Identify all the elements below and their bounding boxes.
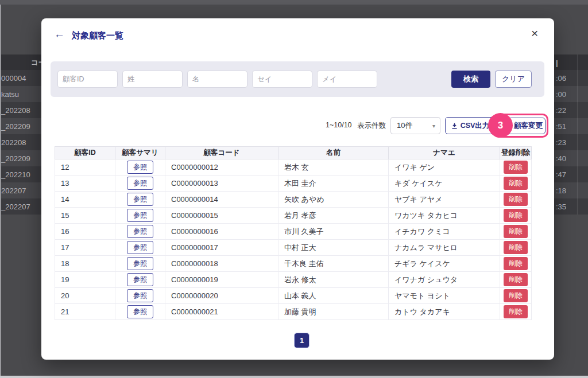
pagination-page-1-button[interactable]: 1 bbox=[294, 333, 310, 348]
delete-button[interactable]: 削除 bbox=[504, 241, 528, 254]
backdrop-left-edge bbox=[0, 5, 1, 378]
delete-button[interactable]: 削除 bbox=[504, 209, 528, 222]
backdrop-column-divider bbox=[577, 54, 578, 215]
backdrop-top-strip bbox=[0, 0, 588, 5]
customer-id-input[interactable] bbox=[57, 71, 118, 88]
search-button[interactable]: 検索 bbox=[451, 71, 490, 88]
customer-name-cell: 若月 孝彦 bbox=[278, 208, 389, 224]
backdrop-left-fragment: _202208 bbox=[1, 106, 30, 115]
summary-reference-button[interactable]: 参照 bbox=[127, 225, 153, 238]
backdrop-bottom-edge bbox=[0, 376, 588, 378]
customer-delete-cell: 削除 bbox=[500, 192, 532, 208]
customer-id-cell: 18 bbox=[55, 256, 115, 272]
backdrop-left-fragment: _202209 bbox=[1, 122, 30, 131]
customer-id-cell: 20 bbox=[55, 288, 115, 304]
customer-id-cell: 19 bbox=[55, 272, 115, 288]
backdrop-right-fragment: | bbox=[556, 58, 558, 67]
refresh-icon bbox=[504, 122, 512, 130]
customer-kana-cell: キダ ケイスケ bbox=[389, 176, 500, 192]
first-name-input[interactable] bbox=[187, 71, 247, 88]
customer-summary-cell: 参照 bbox=[115, 224, 165, 240]
summary-reference-button[interactable]: 参照 bbox=[127, 209, 153, 222]
backdrop-right-fragment: :47 bbox=[556, 170, 566, 179]
table-row: 17参照C0000000017中村 正大ナカムラ マサヒロ削除 bbox=[55, 240, 532, 256]
customer-delete-cell: 削除 bbox=[500, 208, 532, 224]
customer-delete-cell: 削除 bbox=[500, 288, 532, 304]
backdrop-right-fragment: :23 bbox=[556, 138, 566, 147]
delete-button[interactable]: 削除 bbox=[504, 161, 528, 174]
page-size-select[interactable]: 10件 ▾ bbox=[390, 117, 440, 134]
customer-name-cell: 木田 圭介 bbox=[278, 176, 389, 192]
customer-list-modal: ← 対象顧客一覧 × 検索 クリア 1~10/10 表示件数 10件 ▾ CSV… bbox=[41, 18, 554, 360]
delete-button[interactable]: 削除 bbox=[504, 193, 528, 206]
customer-table: 顧客ID 顧客サマリ 顧客コード 名前 ナマエ 登録削除 12参照C000000… bbox=[55, 146, 532, 320]
header-register-delete: 登録削除 bbox=[500, 147, 532, 159]
delete-button[interactable]: 削除 bbox=[504, 305, 528, 318]
summary-reference-button[interactable]: 参照 bbox=[127, 177, 153, 190]
customer-summary-cell: 参照 bbox=[115, 304, 165, 320]
customer-name-cell: 矢吹 あやめ bbox=[278, 192, 389, 208]
customer-id-cell: 12 bbox=[55, 159, 115, 176]
customer-kana-cell: ワカツキ タカヒコ bbox=[389, 208, 500, 224]
last-name-kana-input[interactable] bbox=[252, 71, 312, 88]
customer-delete-cell: 削除 bbox=[500, 176, 532, 192]
customer-name-cell: 山本 義人 bbox=[278, 288, 389, 304]
customer-id-cell: 15 bbox=[55, 208, 115, 224]
customer-summary-cell: 参照 bbox=[115, 192, 165, 208]
backdrop-left-fragment: katsu bbox=[1, 90, 19, 99]
back-arrow-icon[interactable]: ← bbox=[54, 29, 65, 40]
customer-kana-cell: イワキ ゲン bbox=[389, 159, 500, 176]
last-name-input[interactable] bbox=[122, 71, 183, 88]
summary-reference-button[interactable]: 参照 bbox=[127, 241, 153, 254]
close-icon[interactable]: × bbox=[531, 27, 538, 39]
customer-kana-cell: イワナガ シュウタ bbox=[389, 272, 500, 288]
clear-button[interactable]: クリア bbox=[495, 71, 532, 88]
delete-button[interactable]: 削除 bbox=[504, 225, 528, 238]
table-row: 18参照C0000000018千木良 圭佑チギラ ケイスケ削除 bbox=[55, 256, 532, 272]
customer-change-label: 顧客変更 bbox=[514, 121, 543, 131]
chevron-down-icon: ▾ bbox=[432, 123, 435, 129]
customer-kana-cell: ナカムラ マサヒロ bbox=[389, 240, 500, 256]
customer-code-cell: C0000000019 bbox=[165, 272, 278, 288]
summary-reference-button[interactable]: 参照 bbox=[127, 273, 153, 286]
customer-summary-cell: 参照 bbox=[115, 256, 165, 272]
page-title: 対象顧客一覧 bbox=[72, 30, 123, 41]
table-row: 19参照C0000000019岩永 修太イワナガ シュウタ削除 bbox=[55, 272, 532, 288]
customer-delete-cell: 削除 bbox=[500, 256, 532, 272]
summary-reference-button[interactable]: 参照 bbox=[127, 161, 153, 174]
delete-button[interactable]: 削除 bbox=[504, 257, 528, 270]
customer-change-button[interactable]: 顧客変更 bbox=[501, 118, 546, 134]
delete-button[interactable]: 削除 bbox=[504, 289, 528, 302]
customer-name-cell: 千木良 圭佑 bbox=[278, 256, 389, 272]
first-name-kana-input[interactable] bbox=[317, 71, 377, 88]
customer-code-cell: C0000000021 bbox=[165, 304, 278, 320]
backdrop-left-fragment: 202208 bbox=[1, 138, 26, 147]
customer-code-cell: C0000000017 bbox=[165, 240, 278, 256]
filter-panel: 検索 クリア bbox=[51, 61, 544, 97]
customer-delete-cell: 削除 bbox=[500, 304, 532, 320]
customer-code-cell: C0000000020 bbox=[165, 288, 278, 304]
backdrop-right-fragment: :40 bbox=[556, 154, 566, 163]
customer-name-cell: 加藤 貴明 bbox=[278, 304, 389, 320]
customer-code-cell: C0000000015 bbox=[165, 208, 278, 224]
backdrop-right-fragment: :00 bbox=[556, 90, 566, 99]
table-row: 13参照C0000000013木田 圭介キダ ケイスケ削除 bbox=[55, 176, 532, 192]
customer-code-cell: C0000000013 bbox=[165, 176, 278, 192]
delete-button[interactable]: 削除 bbox=[504, 273, 528, 286]
customer-code-cell: C0000000012 bbox=[165, 159, 278, 176]
customer-delete-cell: 削除 bbox=[500, 272, 532, 288]
summary-reference-button[interactable]: 参照 bbox=[127, 305, 153, 318]
customer-table-body: 12参照C0000000012岩木 玄イワキ ゲン削除13参照C00000000… bbox=[55, 159, 532, 320]
backdrop-right-fragment: :51 bbox=[556, 122, 566, 131]
summary-reference-button[interactable]: 参照 bbox=[127, 257, 153, 270]
backdrop-left-fragment: _202207 bbox=[1, 202, 30, 211]
customer-summary-cell: 参照 bbox=[115, 272, 165, 288]
table-row: 21参照C0000000021加藤 貴明カトウ タカアキ削除 bbox=[55, 304, 532, 320]
delete-button[interactable]: 削除 bbox=[504, 177, 528, 190]
summary-reference-button[interactable]: 参照 bbox=[127, 289, 153, 302]
backdrop-left-fragment: _202210 bbox=[1, 170, 30, 179]
summary-reference-button[interactable]: 参照 bbox=[127, 193, 153, 206]
customer-delete-cell: 削除 bbox=[500, 224, 532, 240]
header-customer-summary: 顧客サマリ bbox=[115, 147, 165, 159]
csv-export-button[interactable]: CSV出力 bbox=[445, 117, 495, 134]
